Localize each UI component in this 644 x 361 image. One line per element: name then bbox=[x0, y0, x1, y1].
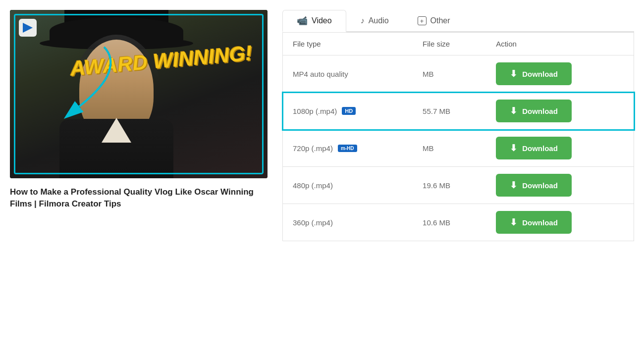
file-type-cell: 1080p (.mp4)HD bbox=[283, 93, 413, 130]
table-header-row: File type File size Action bbox=[283, 33, 634, 55]
table-row: 480p (.mp4)19.6 MB⬇Download bbox=[283, 167, 634, 204]
col-file-type: File type bbox=[283, 33, 413, 55]
download-table: File type File size Action MP4 auto qual… bbox=[282, 32, 634, 241]
file-size-cell: MB bbox=[413, 130, 486, 167]
video-icon: 📹 bbox=[297, 15, 308, 26]
download-button[interactable]: ⬇Download bbox=[496, 137, 572, 159]
download-button[interactable]: ⬇Download bbox=[496, 211, 572, 234]
download-icon: ⬇ bbox=[510, 105, 517, 116]
tab-other-label: Other bbox=[430, 16, 450, 25]
download-icon: ⬇ bbox=[510, 68, 517, 79]
file-type-cell: 480p (.mp4) bbox=[283, 167, 413, 204]
file-type-label: 360p (.mp4) bbox=[293, 218, 333, 227]
file-type-label: 1080p (.mp4) bbox=[293, 107, 337, 115]
download-label: Download bbox=[522, 181, 558, 190]
file-type-label: 480p (.mp4) bbox=[293, 181, 333, 190]
audio-icon: ♪ bbox=[361, 16, 365, 25]
download-icon: ⬇ bbox=[510, 180, 517, 191]
file-size-cell: 19.6 MB bbox=[413, 167, 486, 204]
file-type-cell: MP4 auto quality bbox=[283, 55, 413, 93]
file-type-label: 720p (.mp4) bbox=[293, 144, 333, 153]
action-cell: ⬇Download bbox=[486, 55, 634, 93]
video-title: How to Make a Professional Quality Vlog … bbox=[10, 186, 268, 210]
download-label: Download bbox=[522, 144, 558, 153]
file-size-cell: 55.7 MB bbox=[413, 93, 486, 130]
other-icon: + bbox=[418, 16, 427, 25]
file-type-cell: 360p (.mp4) bbox=[283, 204, 413, 241]
quality-badge: m-HD bbox=[338, 145, 357, 152]
file-size-cell: 10.6 MB bbox=[413, 204, 486, 241]
action-cell: ⬇Download bbox=[486, 130, 634, 167]
table-row: 360p (.mp4)10.6 MB⬇Download bbox=[283, 204, 634, 241]
tab-audio-label: Audio bbox=[369, 16, 389, 25]
filmora-logo-icon bbox=[19, 19, 37, 37]
download-icon: ⬇ bbox=[510, 143, 517, 154]
action-cell: ⬇Download bbox=[486, 204, 634, 241]
tab-audio[interactable]: ♪ Audio bbox=[346, 10, 403, 31]
tab-other[interactable]: + Other bbox=[403, 10, 465, 31]
file-size-cell: MB bbox=[413, 55, 486, 93]
download-label: Download bbox=[522, 70, 558, 78]
right-panel: 📹 Video ♪ Audio + Other File type File s… bbox=[282, 10, 634, 241]
download-label: Download bbox=[522, 107, 558, 115]
arrow-icon bbox=[35, 37, 134, 136]
video-thumbnail: AWARD WINNING! bbox=[10, 10, 268, 178]
quality-badge: HD bbox=[342, 107, 356, 115]
table-row: 1080p (.mp4)HD55.7 MB⬇Download bbox=[283, 93, 634, 130]
download-icon: ⬇ bbox=[510, 217, 517, 228]
download-button[interactable]: ⬇Download bbox=[496, 62, 572, 85]
download-button[interactable]: ⬇Download bbox=[496, 100, 572, 122]
col-action: Action bbox=[486, 33, 634, 55]
tab-bar: 📹 Video ♪ Audio + Other bbox=[282, 10, 634, 32]
file-type-cell: 720p (.mp4)m-HD bbox=[283, 130, 413, 167]
download-table-container: File type File size Action MP4 auto qual… bbox=[282, 32, 634, 241]
action-cell: ⬇Download bbox=[486, 93, 634, 130]
download-label: Download bbox=[522, 218, 558, 227]
col-file-size: File size bbox=[413, 33, 486, 55]
table-row: 720p (.mp4)m-HDMB⬇Download bbox=[283, 130, 634, 167]
download-button[interactable]: ⬇Download bbox=[496, 174, 572, 197]
tab-video[interactable]: 📹 Video bbox=[282, 10, 346, 32]
action-cell: ⬇Download bbox=[486, 167, 634, 204]
tab-video-label: Video bbox=[312, 16, 332, 25]
left-panel: AWARD WINNING! How to Make a Professiona… bbox=[10, 10, 268, 210]
table-row: MP4 auto qualityMB⬇Download bbox=[283, 55, 634, 93]
file-type-label: MP4 auto quality bbox=[293, 70, 348, 78]
